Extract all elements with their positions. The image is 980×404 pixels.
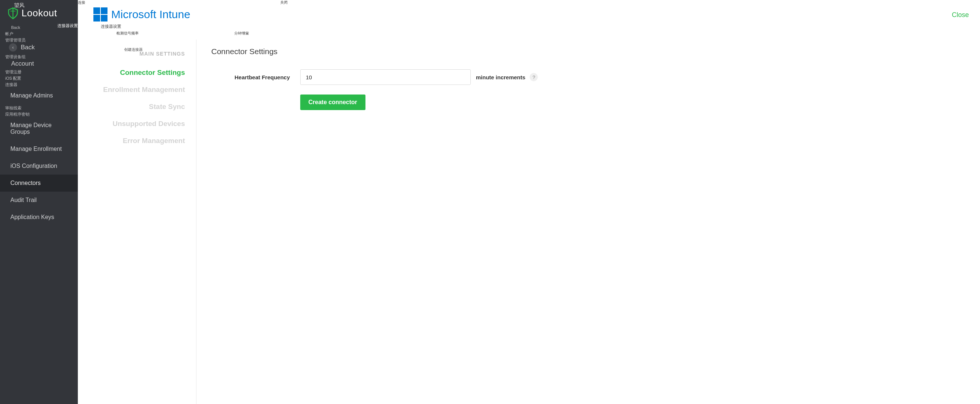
sidebar-item-ios-configuration[interactable]: iOS Configuration [0,157,78,175]
settings-content: Connector Settings Heartbeat Frequency m… [196,40,980,404]
sidebar-item-manage-enrollment[interactable]: Manage Enrollment [0,140,78,157]
top-strip: 连接 关闭 [78,0,980,5]
sidebar-item-application-keys[interactable]: Application Keys [0,209,78,226]
sidebar: 望风 Lookout Back 帐户 连接器设置 管理管理员 ‹ Back 管理… [0,0,78,404]
nav-item-connector-settings[interactable]: Connector Settings [81,64,185,81]
heartbeat-row: Heartbeat Frequency minute increments ? [211,69,965,85]
sidebar-hint-ios: iOS 配置 [0,75,78,81]
intune-logo: Microsoft Intune [94,7,190,22]
header: Microsoft Intune Close [78,5,980,24]
brand-text: Lookout [22,7,57,19]
chevron-left-icon: ‹ [9,43,17,51]
sidebar-hint-account: 帐户 [0,30,78,36]
sidebar-hint-connectors: 连接器 [0,81,78,87]
sidebar-corner-label: 连接器设置 [57,23,78,29]
help-icon[interactable]: ? [530,73,538,81]
brand-logo[interactable]: Lookout [0,4,78,24]
nav-item-unsupported-devices[interactable]: Unsupported Devices [81,115,185,132]
sidebar-item-connectors[interactable]: Connectors [0,175,78,192]
second-row-labels: 检测信号频率 分钟增量 [78,29,980,36]
sidebar-back[interactable]: ‹ Back [0,43,78,53]
sidebar-item-manage-admins[interactable]: Manage Admins [0,87,78,104]
nav-item-state-sync[interactable]: State Sync [81,98,185,115]
nav-item-error-management[interactable]: Error Management [81,132,185,150]
heartbeat-suffix: minute increments [476,74,525,80]
sidebar-hint-appkeys: 应用程序密钥 [0,110,78,117]
sidebar-item-manage-device-groups[interactable]: Manage Device Groups [0,117,78,140]
content-row: 创建连接器 MAIN SETTINGS Connector Settings E… [78,36,980,404]
intune-text: Microsoft Intune [111,8,190,21]
close-link[interactable]: Close [952,11,969,19]
sidebar-hint-devicegroups: 管理设备组 [0,53,78,59]
sidebar-back-label: Back [21,44,35,51]
header-sub-label: 连接器设置 [78,24,980,29]
nav-item-enrollment-management[interactable]: Enrollment Management [81,81,185,98]
heartbeat-input[interactable] [300,69,471,85]
sidebar-hint-audit: 审核线索 [0,104,78,110]
heartbeat-label: Heartbeat Frequency [211,74,300,80]
sidebar-hint-enrollment: 管理注册 [0,68,78,75]
sidebar-item-audit-trail[interactable]: Audit Trail [0,192,78,209]
sidebar-hint-admins: 管理管理员 [0,36,78,43]
windows-icon [94,7,108,22]
settings-nav: 创建连接器 MAIN SETTINGS Connector Settings E… [78,40,196,404]
sidebar-top-hint: 望风 [14,2,24,9]
main-area: 连接 关闭 Microsoft Intune Close 连接器设置 检测信号频… [78,0,980,404]
sidebar-item-account[interactable]: Account [0,59,78,68]
settings-title: Connector Settings [211,47,965,56]
secondrow-a: 检测信号频率 [116,31,138,36]
create-connector-button[interactable]: Create connector [300,94,366,110]
secondrow-b: 分钟增量 [234,31,249,36]
button-row: Create connector [211,94,965,110]
